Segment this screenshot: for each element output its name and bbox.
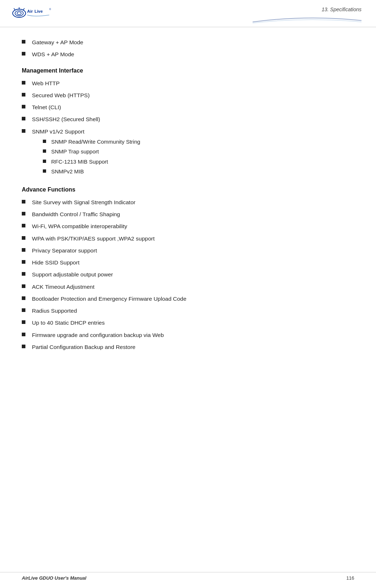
logo-area: Air Live ® [11,7,58,22]
item-text: SSH/SSH2 (Secured Shell) [32,115,100,123]
bullet-icon [22,260,25,264]
item-text: Radius Supported [32,307,77,315]
svg-text:Air: Air [27,9,33,13]
bullet-icon [22,272,25,276]
list-item: Partial Configuration Backup and Restore [22,343,354,351]
sub-item-text: SNMP Read/Write Community String [51,138,140,146]
snmp-sublist: SNMP Read/Write Community String SNMP Tr… [43,138,140,176]
bullet-icon [22,308,25,312]
bullet-icon [22,320,25,324]
bullet-icon [22,333,25,336]
item-text: Privacy Separator support [32,246,97,255]
page-footer: AirLive GDUO User's Manual 116 [0,572,376,581]
list-item: Bootloader Protection and Emergency Firm… [22,295,354,303]
svg-text:®: ® [49,8,51,11]
advance-functions-heading: Advance Functions [22,186,354,193]
gateway-list: Gateway + AP Mode WDS + AP Mode [22,38,354,59]
header-right: 13. Specifications [253,7,361,24]
footer-page-number: 116 [346,575,354,581]
list-item: Hide SSID Support [22,258,354,267]
svg-point-1 [15,11,23,16]
bullet-icon [22,200,25,203]
sub-bullet-icon [43,140,46,143]
bullet-icon [22,212,25,215]
chapter-title: 13. Specifications [322,7,361,12]
list-item: Bandwidth Control / Traffic Shaping [22,210,354,218]
list-item: Support adjustable output power [22,270,354,279]
bullet-icon [22,40,25,44]
footer-manual-title: AirLive GDUO User's Manual [22,575,86,581]
list-item: Wi-Fi, WPA compatible interoperability [22,222,354,230]
list-item: Secured Web (HTTPS) [22,91,354,99]
management-heading: Management Interface [22,67,354,74]
list-item: WDS + AP Mode [22,50,354,58]
item-text: Support adjustable output power [32,270,113,279]
list-item: Telnet (CLI) [22,103,354,111]
item-text: WPA with PSK/TKIP/AES support ,WPA2 supp… [32,234,155,243]
bullet-icon [22,105,25,108]
bullet-icon [22,52,25,55]
item-text: SNMP v1/v2 Support [32,128,84,135]
item-text: ACK Timeout Adjustment [32,283,94,291]
list-item: WPA with PSK/TKIP/AES support ,WPA2 supp… [22,234,354,243]
decorative-arc [253,13,361,24]
item-text: Secured Web (HTTPS) [32,91,90,99]
svg-point-2 [17,12,21,15]
item-text: Web HTTP [32,79,60,87]
list-item: Firmware upgrade and configuration backu… [22,331,354,339]
item-text: Bandwidth Control / Traffic Shaping [32,210,120,218]
list-item: Privacy Separator support [22,246,354,255]
bullet-icon [22,284,25,288]
list-item: SSH/SSH2 (Secured Shell) [22,115,354,123]
sub-list-item: SNMP Trap support [43,148,140,156]
sub-item-text: RFC-1213 MIB Support [51,158,108,166]
item-text: Up to 40 Static DHCP entries [32,318,105,327]
bullet-icon [22,296,25,300]
item-text: Wi-Fi, WPA compatible interoperability [32,222,127,230]
sub-item-text: SNMP Trap support [51,148,99,156]
list-item: Gateway + AP Mode [22,38,354,46]
item-with-subitems: SNMP v1/v2 Support SNMP Read/Write Commu… [32,127,140,178]
list-item: Up to 40 Static DHCP entries [22,318,354,327]
bullet-icon [22,236,25,240]
list-item: Radius Supported [22,307,354,315]
bullet-icon [22,248,25,252]
list-item: Site Survey with Signal Strength Indicat… [22,198,354,206]
sub-list-item: SNMPv2 MIB [43,168,140,176]
sub-item-text: SNMPv2 MIB [51,168,84,176]
bullet-icon [22,117,25,120]
sub-bullet-icon [43,169,46,173]
advance-list: Site Survey with Signal Strength Indicat… [22,198,354,351]
bullet-icon [22,93,25,96]
item-text: WDS + AP Mode [32,50,74,58]
sub-list-item: RFC-1213 MIB Support [43,158,140,166]
sub-list-item: SNMP Read/Write Community String [43,138,140,146]
item-text: Hide SSID Support [32,258,79,267]
item-text: Firmware upgrade and configuration backu… [32,331,164,339]
item-text: Telnet (CLI) [32,103,61,111]
item-text: Bootloader Protection and Emergency Firm… [32,295,187,303]
item-text: Partial Configuration Backup and Restore [32,343,135,351]
page-content: Gateway + AP Mode WDS + AP Mode Manageme… [0,27,376,377]
item-text: Site Survey with Signal Strength Indicat… [32,198,135,206]
bullet-icon [22,345,25,348]
management-list: Web HTTP Secured Web (HTTPS) Telnet (CLI… [22,79,354,178]
sub-bullet-icon [43,149,46,153]
sub-bullet-icon [43,160,46,163]
bullet-icon [22,224,25,227]
page-header: Air Live ® 13. Specifications [0,0,376,27]
svg-text:Live: Live [34,9,43,13]
bullet-icon [22,81,25,85]
list-item: ACK Timeout Adjustment [22,283,354,291]
item-text: Gateway + AP Mode [32,38,83,46]
list-item: Web HTTP [22,79,354,87]
bullet-icon [22,129,25,133]
list-item: SNMP v1/v2 Support SNMP Read/Write Commu… [22,127,354,178]
airlive-logo: Air Live ® [11,7,58,22]
